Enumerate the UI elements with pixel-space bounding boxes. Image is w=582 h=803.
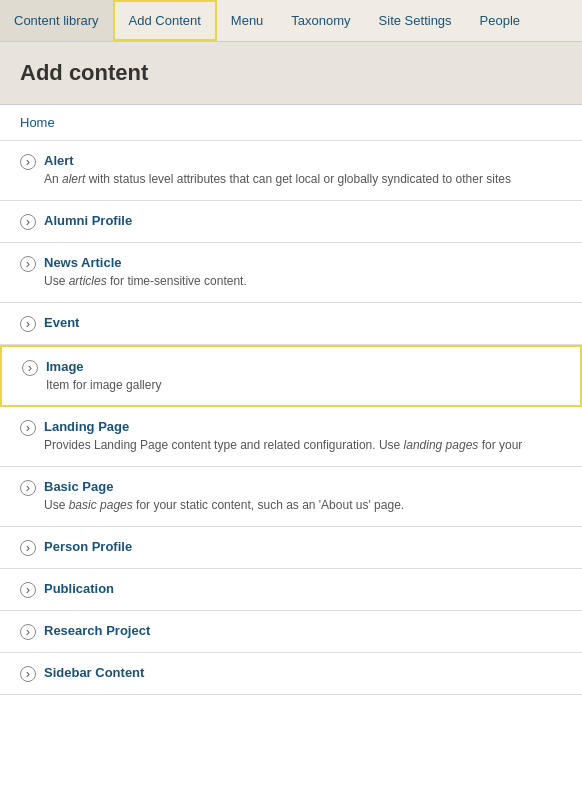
list-item: Alert An alert with status level attribu… xyxy=(0,141,582,201)
list-item: Publication xyxy=(0,569,582,611)
content-item-desc-image: Item for image gallery xyxy=(46,377,560,394)
page-title: Add content xyxy=(20,60,562,86)
list-item-image: Image Item for image gallery xyxy=(0,345,582,408)
chevron-icon xyxy=(20,316,36,332)
chevron-icon xyxy=(20,154,36,170)
content-item-title-basic-page[interactable]: Basic Page xyxy=(44,479,113,494)
list-item: News Article Use articles for time-sensi… xyxy=(0,243,582,303)
chevron-icon xyxy=(20,480,36,496)
list-item: Basic Page Use basic pages for your stat… xyxy=(0,467,582,527)
content-item-title-sidebar-content[interactable]: Sidebar Content xyxy=(44,665,144,680)
list-item: Landing Page Provides Landing Page conte… xyxy=(0,407,582,467)
content-item-body: Alert An alert with status level attribu… xyxy=(44,153,562,188)
list-item: Event xyxy=(0,303,582,345)
chevron-icon xyxy=(20,214,36,230)
content-item-title-landing-page[interactable]: Landing Page xyxy=(44,419,129,434)
content-item-desc-news-article: Use articles for time-sensitive content. xyxy=(44,273,562,290)
content-item-body: Alumni Profile xyxy=(44,213,562,228)
nav-item-menu[interactable]: Menu xyxy=(217,0,278,41)
content-item-title-alumni-profile[interactable]: Alumni Profile xyxy=(44,213,132,228)
content-item-title-news-article[interactable]: News Article xyxy=(44,255,122,270)
content-item-body: Sidebar Content xyxy=(44,665,562,680)
content-item-desc-alert: An alert with status level attributes th… xyxy=(44,171,562,188)
content-item-body: Research Project xyxy=(44,623,562,638)
content-list: Alert An alert with status level attribu… xyxy=(0,141,582,695)
content-item-title-publication[interactable]: Publication xyxy=(44,581,114,596)
content-item-body: Person Profile xyxy=(44,539,562,554)
content-item-title-person-profile[interactable]: Person Profile xyxy=(44,539,132,554)
nav-item-people[interactable]: People xyxy=(466,0,534,41)
content-item-desc-basic-page: Use basic pages for your static content,… xyxy=(44,497,562,514)
nav-item-add-content[interactable]: Add Content xyxy=(113,0,217,41)
page-header: Add content xyxy=(0,42,582,105)
chevron-icon xyxy=(22,360,38,376)
chevron-icon xyxy=(20,420,36,436)
content-item-body: News Article Use articles for time-sensi… xyxy=(44,255,562,290)
content-item-title-image[interactable]: Image xyxy=(46,359,84,374)
chevron-icon xyxy=(20,582,36,598)
chevron-icon xyxy=(20,624,36,640)
chevron-icon xyxy=(20,666,36,682)
nav-item-content-library[interactable]: Content library xyxy=(0,0,113,41)
content-item-body: Image Item for image gallery xyxy=(46,359,560,394)
content-item-body: Landing Page Provides Landing Page conte… xyxy=(44,419,562,454)
nav-item-taxonomy[interactable]: Taxonomy xyxy=(277,0,364,41)
breadcrumb-home-link[interactable]: Home xyxy=(20,115,55,130)
content-item-body: Publication xyxy=(44,581,562,596)
list-item: Person Profile xyxy=(0,527,582,569)
content-item-title-research-project[interactable]: Research Project xyxy=(44,623,150,638)
content-item-body: Basic Page Use basic pages for your stat… xyxy=(44,479,562,514)
list-item: Research Project xyxy=(0,611,582,653)
content-item-title-alert[interactable]: Alert xyxy=(44,153,74,168)
content-item-body: Event xyxy=(44,315,562,330)
breadcrumb: Home xyxy=(0,105,582,141)
chevron-icon xyxy=(20,540,36,556)
list-item: Sidebar Content xyxy=(0,653,582,695)
list-item: Alumni Profile xyxy=(0,201,582,243)
chevron-icon xyxy=(20,256,36,272)
content-item-desc-landing-page: Provides Landing Page content type and r… xyxy=(44,437,562,454)
top-navigation: Content library Add Content Menu Taxonom… xyxy=(0,0,582,42)
content-item-title-event[interactable]: Event xyxy=(44,315,79,330)
nav-item-site-settings[interactable]: Site Settings xyxy=(365,0,466,41)
